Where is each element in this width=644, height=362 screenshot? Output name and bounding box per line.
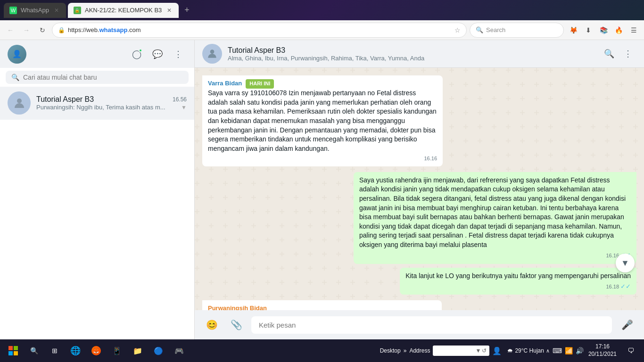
desktop-arrow-icon: » bbox=[404, 347, 407, 354]
msg-sender-4: Purwaningsih Bidan bbox=[208, 304, 436, 310]
chat-header-name: Tutorial Asper B3 bbox=[228, 46, 595, 55]
msg-time-2: 16.16 ✓✓ bbox=[359, 251, 631, 260]
apps-button[interactable]: 📱 bbox=[107, 341, 126, 360]
search-label: Search bbox=[486, 26, 505, 33]
tab-akn-close[interactable]: ✕ bbox=[165, 7, 173, 14]
firefox-account-icon[interactable]: 🦊 bbox=[567, 24, 580, 37]
search-icon: 🔍 bbox=[476, 26, 483, 33]
msg-bubble-1: Varra Bidan HARI INI Saya varra sy 19101… bbox=[202, 75, 443, 166]
chat-menu-icon[interactable]: ⋮ bbox=[619, 45, 636, 62]
lock-icon: 🔒 bbox=[58, 27, 65, 33]
chat-name-row: Tutorial Asper B3 16.56 bbox=[36, 95, 187, 104]
svg-rect-2 bbox=[8, 346, 13, 350]
edge-browser-button[interactable]: 🌐 bbox=[66, 341, 85, 360]
chat-header-avatar bbox=[202, 44, 222, 64]
start-button[interactable] bbox=[4, 341, 23, 360]
tab-akn-label: AKN-21/22: KELOMPOK B3 bbox=[85, 7, 162, 14]
address-input-taskbar[interactable]: ▼ ↺ bbox=[433, 346, 489, 356]
address-refresh-icon[interactable]: ↺ bbox=[482, 347, 487, 354]
taskbar-desktop-area: Desktop » Address ▼ ↺ 👤 bbox=[380, 346, 502, 356]
chevron-down-icon: ▼ bbox=[621, 258, 629, 268]
whatsapp-favicon: W bbox=[9, 7, 17, 14]
whatsapp-container: 👤 ◯ 💬 ⋮ 🔍 Tutorial Asper bbox=[0, 40, 644, 339]
time-display: 17:16 bbox=[588, 343, 617, 351]
keyboard-icon[interactable]: ⌨ bbox=[553, 347, 562, 354]
taskbar-clock[interactable]: 17:16 20/11/2021 bbox=[588, 343, 617, 358]
msg-bubble-4: Purwaningsih Bidan izin menjawab LO ke 4… bbox=[202, 300, 442, 310]
msg-time-3: 16.18 ✓✓ bbox=[405, 282, 631, 291]
message-input[interactable] bbox=[251, 316, 612, 334]
chat-item-tutorial-asper[interactable]: Tutorial Asper B3 16.56 Purwaningsih: Ng… bbox=[0, 87, 194, 120]
sidebar-search-icon: 🔍 bbox=[11, 74, 19, 81]
new-tab-button[interactable]: + bbox=[181, 3, 193, 17]
attachment-button[interactable]: 📎 bbox=[227, 315, 246, 334]
expand-icon[interactable]: ∧ bbox=[546, 348, 550, 354]
address-dropdown-icon[interactable]: ▼ bbox=[476, 347, 481, 354]
msg-bubble-3: Kita lanjut ke LO yang berikutnya yaitu … bbox=[400, 268, 636, 295]
chrome-button[interactable]: 🔵 bbox=[149, 341, 168, 360]
msg-text-1: Saya varra sy 1910106078 Izin menjawab p… bbox=[208, 89, 437, 153]
chat-preview: Purwaningsih: Nggih ibu, Terima kasih at… bbox=[36, 104, 187, 111]
user-avatar[interactable]: 👤 bbox=[8, 45, 26, 64]
scroll-down-button[interactable]: ▼ bbox=[616, 254, 635, 272]
status-icon[interactable]: ◯ bbox=[128, 46, 145, 63]
address-person-icon[interactable]: 👤 bbox=[492, 346, 502, 355]
chat-avatar-tutorial bbox=[8, 91, 31, 115]
chat-dropdown-icon: ▼ bbox=[181, 104, 187, 111]
firefox-logo-icon[interactable]: 🔥 bbox=[612, 24, 625, 37]
address-bar[interactable]: 🔒 https://web.whatsapp.com ☆ bbox=[52, 23, 467, 38]
notification-button[interactable]: 🗨 bbox=[621, 341, 640, 360]
bookmarks-icon[interactable]: 📚 bbox=[597, 24, 610, 37]
menu-icon[interactable]: ☰ bbox=[627, 24, 640, 37]
weather-icon: 🌧 bbox=[507, 347, 513, 354]
weather-label: 29°C Hujan bbox=[515, 347, 544, 354]
msg-sender-1: Varra Bidan bbox=[208, 79, 242, 88]
desktop-label: Desktop bbox=[380, 347, 401, 354]
download-icon[interactable]: ⬇ bbox=[582, 24, 595, 37]
svg-rect-4 bbox=[8, 351, 13, 355]
svg-point-1 bbox=[210, 49, 215, 54]
search-bar[interactable]: 🔍 Search bbox=[470, 23, 564, 38]
send-mic-button[interactable]: 🎤 bbox=[618, 315, 636, 334]
messages-area: Varra Bidan HARI INI Saya varra sy 19101… bbox=[195, 68, 644, 310]
msg-wrapper-3: Kita lanjut ke LO yang berikutnya yaitu … bbox=[202, 268, 636, 295]
chat-search-icon[interactable]: 🔍 bbox=[601, 45, 618, 62]
msg-time-1: 16.16 bbox=[208, 155, 437, 162]
network-icon[interactable]: 📶 bbox=[565, 347, 573, 354]
taskbar: 🔍 ⊞ 🌐 🦊 📱 📁 🔵 🎮 Desktop » Address ▼ ↺ 👤 … bbox=[0, 339, 644, 362]
chat-header-info: Tutorial Asper B3 Alma, Ghina, Ibu, Irna… bbox=[228, 46, 595, 62]
sidebar-search-input[interactable] bbox=[23, 74, 183, 81]
new-chat-icon[interactable]: 💬 bbox=[149, 46, 166, 63]
chat-time: 16.56 bbox=[173, 96, 187, 103]
taskbar-system-icons: ∧ ⌨ 📶 🔊 bbox=[546, 347, 584, 354]
tab-whatsapp-close[interactable]: ✕ bbox=[53, 7, 60, 14]
chat-area: Tutorial Asper B3 Alma, Ghina, Ibu, Irna… bbox=[195, 40, 644, 339]
msg-wrapper-2: Saya yustia rahendra ijin menjawab, dari… bbox=[202, 172, 636, 264]
svg-rect-5 bbox=[14, 351, 18, 355]
refresh-button[interactable]: ↻ bbox=[36, 24, 49, 37]
back-button[interactable]: ← bbox=[4, 24, 17, 37]
nav-bar: ← → ↻ 🔒 https://web.whatsapp.com ☆ 🔍 Sea… bbox=[0, 20, 644, 40]
tab-akn[interactable]: 🔒 AKN-21/22: KELOMPOK B3 ✕ bbox=[68, 3, 179, 18]
menu-dots-icon[interactable]: ⋮ bbox=[170, 46, 187, 63]
browser-chrome: W WhatsApp ✕ 🔒 AKN-21/22: KELOMPOK B3 ✕ … bbox=[0, 0, 644, 40]
tab-whatsapp[interactable]: W WhatsApp ✕ bbox=[4, 3, 66, 18]
volume-icon[interactable]: 🔊 bbox=[576, 347, 584, 354]
msg-bubble-2: Saya yustia rahendra ijin menjawab, dari… bbox=[354, 172, 636, 264]
files-button[interactable]: 📁 bbox=[128, 341, 147, 360]
sidebar-search-box[interactable]: 🔍 bbox=[6, 71, 189, 84]
msg-wrapper-4: Purwaningsih Bidan izin menjawab LO ke 4… bbox=[202, 300, 636, 310]
emoji-button[interactable]: 😊 bbox=[202, 315, 221, 334]
day-badge: HARI INI bbox=[246, 79, 274, 88]
game-button[interactable]: 🎮 bbox=[170, 341, 189, 360]
chat-name: Tutorial Asper B3 bbox=[36, 95, 94, 104]
weather-area: 🌧 29°C Hujan bbox=[507, 347, 544, 354]
sidebar: 👤 ◯ 💬 ⋮ 🔍 Tutorial Asper bbox=[0, 40, 195, 339]
msg-wrapper-1: Varra Bidan HARI INI Saya varra sy 19101… bbox=[202, 75, 636, 166]
bookmark-star-icon[interactable]: ☆ bbox=[454, 26, 461, 34]
forward-button[interactable]: → bbox=[20, 24, 33, 37]
task-view-button[interactable]: ⊞ bbox=[45, 341, 64, 360]
firefox-taskbar-button[interactable]: 🦊 bbox=[87, 341, 106, 360]
chat-header-icons: 🔍 ⋮ bbox=[601, 45, 636, 62]
search-taskbar-button[interactable]: 🔍 bbox=[25, 341, 43, 360]
